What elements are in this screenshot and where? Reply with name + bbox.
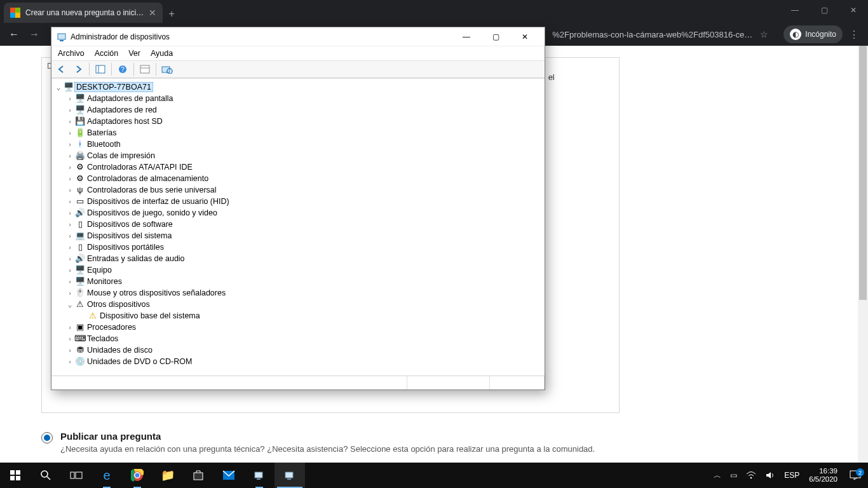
search-button[interactable] [31,463,61,488]
expand-toggle-icon[interactable]: ⌄ [54,83,63,92]
taskbar-chrome[interactable] [122,463,153,488]
expand-toggle-icon[interactable]: › [65,232,74,240]
tree-node[interactable]: ⚠Dispositivo base del sistema [53,310,543,322]
tray-clock[interactable]: 16:39 6/5/2020 [804,467,843,484]
tree-node[interactable]: ›💾Adaptadores host SD [53,116,543,127]
maximize-button[interactable]: ▢ [810,0,839,20]
bookmark-star-icon[interactable]: ☆ [756,29,768,39]
tree-node[interactable]: ›🖨️Colas de impresión [53,150,543,161]
dm-close-button[interactable]: ✕ [510,27,539,46]
dm-maximize-button[interactable]: ▢ [481,27,510,46]
tree-node[interactable]: ›🖱️Mouse y otros dispositivos señaladore… [53,287,543,299]
expand-toggle-icon[interactable]: › [65,243,74,252]
tree-node[interactable]: ›🖥️Adaptadores de red [53,104,543,116]
tree-node[interactable]: ›💻Dispositivos del sistema [53,230,543,241]
back-button[interactable]: ← [5,25,23,43]
taskbar-file-explorer[interactable]: 📁 [153,463,183,488]
tree-node[interactable]: ›⚙Controladoras ATA/ATAPI IDE [53,161,543,173]
tree-node[interactable]: ⌄🖥️DESKTOP-77BOA71 [53,81,543,93]
forward-button[interactable]: → [25,25,43,43]
action-center-button[interactable]: 2 [843,470,868,480]
dm-minimize-button[interactable]: — [452,27,481,46]
expand-toggle-icon[interactable]: › [65,209,74,217]
tree-node[interactable]: ›ᚼBluetooth [53,139,543,150]
radio-publicar-pregunta[interactable]: Publicar una pregunta ¿Necesita ayuda en… [41,431,827,454]
svg-rect-1 [60,40,64,41]
tree-node[interactable]: ›⛃Unidades de disco [53,344,543,356]
tree-node[interactable]: ›🖥️Adaptadores de pantalla [53,93,543,104]
tb-scan-hardware-icon[interactable] [159,62,175,76]
tree-node[interactable]: ⌄⚠Otros dispositivos [53,299,543,310]
device-category-icon: 🖱️ [74,288,86,298]
browser-tab[interactable]: Crear una nueva pregunta o inici… ✕ [4,3,163,23]
tree-node[interactable]: ›▯Dispositivos portátiles [53,241,543,253]
tb-forward-icon[interactable] [71,62,86,76]
taskbar-store[interactable] [183,463,214,488]
tb-show-hide-tree-icon[interactable] [93,62,108,76]
tree-node[interactable]: ›▯Dispositivos de software [53,219,543,230]
tree-node[interactable]: ›▣Procesadores [53,322,543,333]
expand-toggle-icon[interactable]: › [65,358,74,366]
close-button[interactable]: ✕ [839,0,868,20]
expand-toggle-icon[interactable]: ⌄ [65,301,74,309]
device-category-icon: ⚙ [74,162,86,172]
menu-accion[interactable]: Acción [95,49,119,58]
tree-node[interactable]: ›⚙Controladoras de almacenamiento [53,173,543,184]
tray-chevron-up-icon[interactable]: ︿ [709,463,726,488]
expand-toggle-icon[interactable]: › [65,346,74,355]
taskbar-devmgr-instance-1[interactable] [244,463,275,488]
tree-node[interactable]: ›🔊Entradas y salidas de audio [53,253,543,264]
expand-toggle-icon[interactable]: › [65,255,74,263]
expand-toggle-icon[interactable]: › [65,335,74,343]
expand-toggle-icon[interactable]: › [65,106,74,114]
menu-archivo[interactable]: Archivo [58,49,85,58]
expand-toggle-icon[interactable]: › [65,95,74,103]
expand-toggle-icon[interactable]: › [65,323,74,332]
expand-toggle-icon[interactable]: › [65,186,74,194]
tb-back-icon[interactable] [54,62,69,76]
tree-node[interactable]: ›🖥️Monitores [53,276,543,287]
expand-toggle-icon[interactable]: › [65,118,74,126]
tree-node[interactable]: ›🔊Dispositivos de juego, sonido y video [53,207,543,219]
taskbar-mail[interactable] [214,463,244,488]
tb-properties-icon[interactable] [137,62,153,76]
page-scrollbar[interactable] [858,46,868,463]
start-button[interactable] [0,463,31,488]
tree-node[interactable]: ›⌨Teclados [53,333,543,344]
tree-node[interactable]: ›▭Dispositivos de interfaz de usuario (H… [53,196,543,207]
new-tab-button[interactable]: + [163,5,180,23]
expand-toggle-icon[interactable]: › [65,289,74,297]
taskbar-edge[interactable]: e [92,463,122,488]
expand-toggle-icon[interactable]: › [65,152,74,160]
expand-toggle-icon[interactable]: › [65,140,74,149]
tray-volume-icon[interactable] [761,463,780,488]
taskbar-devmgr-instance-2[interactable] [275,463,305,488]
tree-node[interactable]: ›🔋Baterías [53,127,543,139]
menu-ayuda[interactable]: Ayuda [151,49,173,58]
tray-battery-icon[interactable]: ▭ [726,463,742,488]
titlebar[interactable]: Administrador de dispositivos — ▢ ✕ [51,27,545,46]
expand-toggle-icon[interactable]: › [65,175,74,183]
tree-node[interactable]: ›ψControladoras de bus serie universal [53,184,543,196]
expand-toggle-icon[interactable]: › [65,220,74,229]
tray-wifi-icon[interactable] [742,463,761,488]
browser-menu-button[interactable]: ⋮ [845,29,863,41]
device-category-icon: ▣ [74,322,86,332]
expand-toggle-icon[interactable]: › [65,198,74,206]
expand-toggle-icon[interactable]: › [65,266,74,274]
device-tree[interactable]: ⌄🖥️DESKTOP-77BOA71›🖥️Adaptadores de pant… [51,78,545,376]
tree-node[interactable]: ›🖥️Equipo [53,264,543,276]
expand-toggle-icon[interactable]: › [65,163,74,172]
tb-help-icon[interactable]: ? [115,62,130,76]
tray-language[interactable]: ESP [780,463,804,488]
expand-toggle-icon[interactable]: › [65,278,74,286]
expand-toggle-icon[interactable]: › [65,129,74,137]
menu-ver[interactable]: Ver [128,49,140,58]
incognito-indicator[interactable]: ◐ Incógnito [783,25,843,43]
radio-label: Publicar una pregunta [60,431,595,442]
task-view-button[interactable] [61,463,92,488]
minimize-button[interactable]: — [780,0,810,20]
window-title: Administrador de dispositivos [71,32,452,41]
tree-node[interactable]: ›💿Unidades de DVD o CD-ROM [53,356,543,367]
tab-close-icon[interactable]: ✕ [149,8,156,18]
